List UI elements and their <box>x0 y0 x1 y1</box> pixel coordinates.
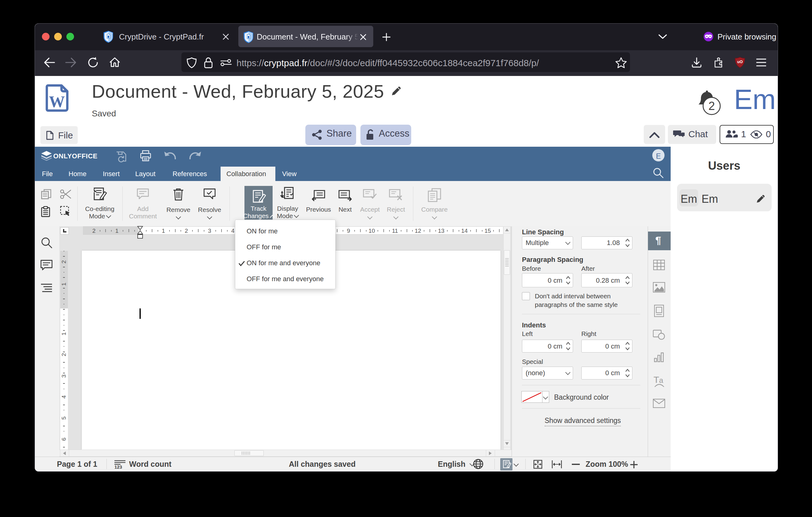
svg-text:2: 2 <box>708 100 715 112</box>
svg-text:123: 123 <box>114 464 122 469</box>
svg-text:W: W <box>49 93 65 111</box>
